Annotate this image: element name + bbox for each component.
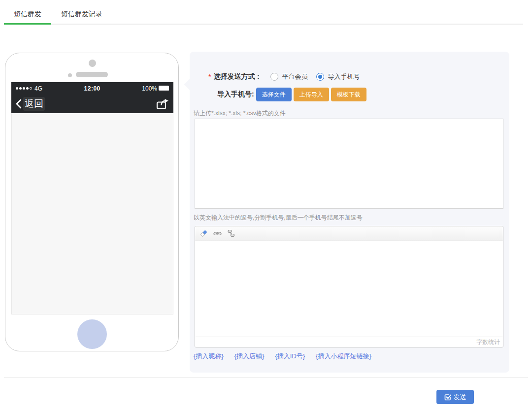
link-button[interactable] — [213, 229, 222, 238]
required-asterisk: * — [208, 73, 211, 81]
send-method-label: 选择发送方式： — [213, 72, 262, 81]
radio-platform-member-label: 平台会员 — [282, 72, 307, 81]
send-label: 发送 — [454, 393, 466, 402]
home-button-icon — [77, 319, 107, 349]
insert-id-link[interactable]: {插入ID号} — [275, 352, 305, 361]
radio-icon — [316, 73, 324, 81]
checkbox-check-icon — [444, 394, 451, 401]
phone-status-bar: 4G 12:00 100% — [11, 82, 173, 94]
link-icon — [213, 229, 222, 238]
tab-sms-bulk[interactable]: 短信群发 — [4, 10, 51, 25]
word-count-label: 字数统计 — [195, 337, 503, 347]
insert-variables-row: {插入昵称} {插入店铺} {插入ID号} {插入小程序短链接} — [194, 352, 371, 361]
phone-screen-preview — [11, 113, 173, 314]
editor-toolbar — [195, 226, 503, 241]
choose-file-button[interactable]: 选择文件 — [256, 88, 292, 101]
sensor-dot-icon — [68, 73, 72, 77]
radio-import-phone[interactable]: 导入手机号 — [316, 72, 360, 81]
back-label: 返回 — [23, 97, 45, 111]
phone-preview: 4G 12:00 100% 返回 — [5, 53, 179, 351]
insert-shop-link[interactable]: {插入店铺} — [234, 352, 265, 361]
network-label: 4G — [34, 85, 42, 92]
phone-nav-bar: 返回 — [11, 94, 173, 113]
eraser-icon — [200, 229, 208, 238]
sms-content-editor: 字数统计 — [195, 226, 503, 347]
unlink-icon — [227, 229, 235, 238]
uploaded-numbers-textarea[interactable] — [195, 119, 503, 209]
chevron-left-icon — [15, 99, 22, 109]
editor-content-area[interactable] — [195, 241, 503, 337]
share-forward-icon — [156, 98, 169, 110]
back-button[interactable]: 返回 — [15, 97, 45, 111]
battery-full-icon — [159, 85, 169, 92]
unlink-button[interactable] — [227, 229, 235, 238]
compose-panel: * 选择发送方式： 平台会员 导入手机号 导入手机号: 选择文件 上传导入 模板… — [190, 52, 509, 373]
import-phone-row: 导入手机号: 选择文件 上传导入 模板下载 — [217, 88, 366, 101]
tab-sms-bulk-records[interactable]: 短信群发记录 — [51, 10, 112, 25]
tabbar: 短信群发 短信群发记录 — [4, 10, 523, 25]
speaker-bar-icon — [76, 72, 108, 77]
battery-percent: 100% — [142, 85, 157, 92]
insert-nickname-link[interactable]: {插入昵称} — [194, 352, 224, 361]
radio-platform-member[interactable]: 平台会员 — [270, 72, 307, 81]
send-button[interactable]: 发送 — [436, 390, 474, 404]
camera-dot-icon — [89, 60, 96, 67]
send-method-row: * 选择发送方式： 平台会员 导入手机号 — [208, 72, 360, 81]
sms-bulk-page: 短信群发 短信群发记录 4G 12:00 100% 返回 — [0, 0, 532, 408]
import-phone-label: 导入手机号: — [217, 90, 254, 99]
radio-import-phone-label: 导入手机号 — [328, 72, 360, 81]
share-button[interactable] — [156, 98, 169, 110]
comma-split-hint: 以英文输入法中的逗号,分割手机号,最后一个手机号结尾不加逗号 — [194, 214, 363, 222]
panel-callout-arrow — [184, 78, 196, 90]
footer-divider — [4, 377, 528, 378]
upload-format-hint: 请上传*.xlsx; *.xls; *.csv格式的文件 — [194, 109, 286, 118]
radio-icon — [270, 73, 278, 81]
eraser-button[interactable] — [199, 229, 208, 238]
status-time: 12:00 — [42, 85, 142, 92]
template-download-button[interactable]: 模板下载 — [331, 88, 366, 101]
signal-dots-icon — [16, 87, 32, 90]
upload-import-button[interactable]: 上传导入 — [294, 88, 329, 101]
insert-miniprogram-shortlink-link[interactable]: {插入小程序短链接} — [316, 352, 371, 361]
